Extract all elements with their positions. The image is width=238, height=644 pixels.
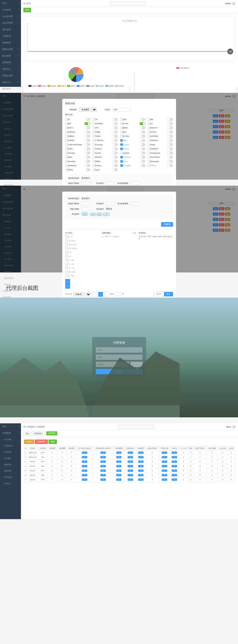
- checkbox[interactable]: [65, 118, 68, 121]
- checkbox[interactable]: [148, 156, 150, 158]
- checkbox[interactable]: [120, 139, 123, 142]
- avatar[interactable]: [232, 2, 236, 5]
- checkbox[interactable]: [65, 148, 68, 150]
- sidebar-item[interactable]: 菠站论坛›: [0, 79, 21, 86]
- toggle[interactable]: [112, 151, 118, 154]
- sidebar-item[interactable]: 地产管理›: [0, 26, 21, 33]
- search-input[interactable]: [118, 425, 154, 429]
- page-1[interactable]: 1: [65, 279, 70, 284]
- checkbox[interactable]: [148, 160, 150, 163]
- toggle[interactable]: [140, 135, 145, 138]
- toggle[interactable]: [140, 126, 145, 129]
- sidebar-item[interactable]: 票地主管理›: [0, 72, 21, 79]
- checkbox[interactable]: [120, 122, 123, 125]
- checkbox[interactable]: [93, 156, 95, 158]
- cancel-button[interactable]: 取 消: [154, 292, 163, 297]
- checkbox[interactable]: [148, 122, 150, 125]
- checkbox[interactable]: [65, 160, 68, 163]
- template-select[interactable]: 复合模式: [79, 107, 97, 112]
- menu-icon[interactable]: ☰: [23, 2, 25, 5]
- checkbox[interactable]: [93, 160, 95, 163]
- toggle[interactable]: [112, 139, 118, 142]
- toggle[interactable]: [167, 143, 173, 146]
- checkbox[interactable]: [93, 143, 95, 146]
- toggle[interactable]: [84, 135, 90, 138]
- toggle[interactable]: [167, 151, 173, 154]
- checkbox[interactable]: [65, 135, 68, 137]
- sidebar-item[interactable]: 刷票分管理›: [0, 46, 21, 53]
- checkbox[interactable]: [120, 156, 123, 158]
- toggle[interactable]: [167, 122, 173, 125]
- sidebar-item[interactable]: 赛科论坛›: [0, 66, 21, 72]
- checkbox[interactable]: [120, 152, 123, 154]
- search-input[interactable]: [110, 1, 146, 6]
- checkbox[interactable]: [65, 143, 68, 146]
- toggle[interactable]: [167, 126, 173, 129]
- checkbox[interactable]: [120, 127, 123, 129]
- checkbox[interactable]: [148, 139, 150, 142]
- checkbox[interactable]: [65, 169, 68, 171]
- toggle[interactable]: [140, 139, 145, 142]
- toggle[interactable]: [112, 143, 118, 146]
- toggle[interactable]: [167, 131, 173, 134]
- toggle[interactable]: [167, 118, 173, 121]
- checkbox[interactable]: [120, 148, 123, 150]
- checkbox[interactable]: [93, 164, 95, 167]
- toggle[interactable]: [84, 118, 90, 121]
- sidebar-item[interactable]: 彩站管理›: [0, 86, 21, 92]
- toggle[interactable]: [167, 156, 173, 159]
- page-2[interactable]: 2: [65, 284, 70, 289]
- toggle[interactable]: [84, 122, 90, 125]
- checkbox[interactable]: [148, 143, 150, 146]
- checkbox[interactable]: [120, 118, 123, 121]
- checkbox[interactable]: [120, 131, 123, 133]
- sidebar-item[interactable]: 首页›: [0, 0, 21, 7]
- checkbox[interactable]: [65, 131, 68, 133]
- checkbox[interactable]: [65, 156, 68, 158]
- toggle[interactable]: [112, 131, 118, 134]
- checkbox[interactable]: [65, 164, 68, 167]
- toggle[interactable]: [167, 160, 173, 163]
- checkbox[interactable]: [148, 152, 150, 154]
- toggle[interactable]: [112, 156, 118, 159]
- sidebar-item[interactable]: 门票管理›: [0, 33, 21, 40]
- toggle[interactable]: [140, 118, 145, 121]
- sidebar-item[interactable]: 内外充管理›: [0, 20, 21, 26]
- toggle[interactable]: [112, 160, 118, 163]
- toggle[interactable]: [167, 164, 173, 167]
- tab-active[interactable]: 代理按钮: [46, 431, 57, 436]
- checkbox[interactable]: [93, 169, 95, 171]
- toggle[interactable]: [84, 164, 90, 167]
- checkbox[interactable]: [93, 131, 95, 133]
- sidebar-item[interactable]: 门票管理›: [0, 288, 21, 294]
- sidebar-item[interactable]: 首页›: [0, 423, 21, 430]
- toggle[interactable]: [140, 143, 145, 146]
- toggle[interactable]: [140, 164, 145, 167]
- menu-icon[interactable]: ☰: [23, 426, 25, 428]
- checkbox[interactable]: [148, 164, 150, 167]
- checkbox[interactable]: [93, 148, 95, 150]
- checkbox[interactable]: [65, 152, 68, 154]
- toggle[interactable]: [140, 147, 145, 150]
- toggle[interactable]: [167, 139, 173, 142]
- toggle[interactable]: [140, 160, 145, 163]
- checkbox[interactable]: [93, 139, 95, 142]
- toggle[interactable]: [140, 156, 145, 159]
- toggle[interactable]: [140, 122, 145, 125]
- checkbox[interactable]: [148, 131, 150, 133]
- toggle[interactable]: [140, 131, 145, 134]
- checkbox[interactable]: [120, 135, 123, 137]
- toggle[interactable]: [112, 164, 118, 167]
- checkbox[interactable]: [93, 118, 95, 121]
- checkbox[interactable]: [65, 122, 68, 125]
- tab-home[interactable]: 首页: [23, 8, 31, 12]
- checkbox[interactable]: [148, 127, 150, 129]
- checkbox[interactable]: [148, 148, 150, 150]
- toggle[interactable]: [84, 160, 90, 163]
- toggle[interactable]: [84, 147, 90, 150]
- toggle[interactable]: [167, 147, 173, 150]
- toggle[interactable]: [84, 168, 90, 171]
- toggle[interactable]: [112, 122, 118, 125]
- sidebar-item[interactable]: 彩票管理›: [0, 59, 21, 66]
- input[interactable]: [106, 181, 115, 185]
